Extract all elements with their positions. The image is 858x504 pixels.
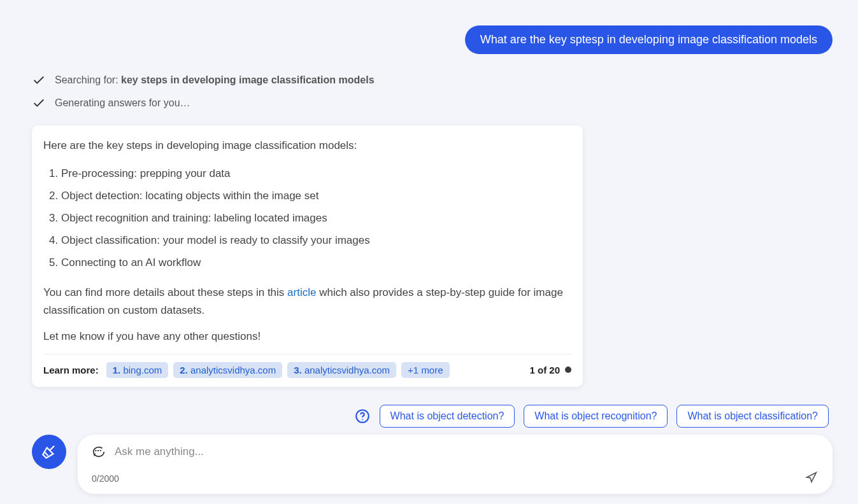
counter-text: 1 of 20 xyxy=(529,365,560,375)
source-number: 1. xyxy=(113,365,121,375)
suggestion-chip[interactable]: What is object detection? xyxy=(380,405,515,428)
char-counter: 0/2000 xyxy=(92,473,119,484)
searching-text: Searching for: key steps in developing i… xyxy=(55,74,375,86)
source-number: 2. xyxy=(180,365,188,375)
response-card: Here are the key steps in developing ima… xyxy=(32,125,583,387)
generating-text: Generating answers for you… xyxy=(55,97,190,109)
broom-icon xyxy=(41,444,57,460)
send-icon xyxy=(804,470,819,484)
counter-dot-icon xyxy=(565,367,571,373)
learn-more-label: Learn more: xyxy=(43,365,99,375)
response-body: Here are the key steps in developing ima… xyxy=(43,137,571,345)
response-step: Connecting to an AI workflow xyxy=(61,252,571,274)
source-number: 3. xyxy=(294,365,302,375)
response-step: Object detection: locating objects withi… xyxy=(61,185,571,207)
response-step: Pre-processing: prepping your data xyxy=(61,163,571,185)
response-steps-list: Pre-processing: prepping your data Objec… xyxy=(43,163,571,274)
response-step: Object recognition and training: labelin… xyxy=(61,207,571,230)
check-icon xyxy=(32,96,46,110)
response-more-before: You can find more details about these st… xyxy=(43,286,287,298)
searching-query: key steps in developing image classifica… xyxy=(121,74,374,85)
suggestion-chip[interactable]: What is object classification? xyxy=(676,405,829,428)
response-closing: Let me know if you have any other questi… xyxy=(43,328,571,345)
article-link[interactable]: article xyxy=(287,286,316,298)
source-host: analyticsvidhya.com xyxy=(304,365,390,375)
suggestions-row: What is object detection? What is object… xyxy=(32,405,833,428)
response-more: You can find more details about these st… xyxy=(43,284,571,318)
message-counter: 1 of 20 xyxy=(529,365,571,375)
check-icon xyxy=(32,73,46,87)
response-intro: Here are the key steps in developing ima… xyxy=(43,137,571,154)
send-button[interactable] xyxy=(804,470,819,486)
learn-source-chip[interactable]: 3. analyticsvidhya.com xyxy=(287,362,396,378)
svg-point-1 xyxy=(362,419,363,421)
searching-prefix: Searching for: xyxy=(55,74,121,85)
source-host: analyticsvidhya.com xyxy=(190,365,276,375)
chat-icon xyxy=(92,445,106,459)
source-host: bing.com xyxy=(123,365,162,375)
learn-source-chip[interactable]: 2. analyticsvidhya.com xyxy=(173,362,282,378)
status-generating: Generating answers for you… xyxy=(32,96,833,110)
user-message-row: What are the key sptesp in developing im… xyxy=(32,25,833,54)
chat-input-card: 0/2000 xyxy=(78,435,833,494)
learn-source-chip[interactable]: 1. bing.com xyxy=(106,362,169,378)
learn-more-row: Learn more: 1. bing.com 2. analyticsvidh… xyxy=(43,354,571,387)
response-step: Object classification: your model is rea… xyxy=(61,230,571,252)
new-topic-button[interactable] xyxy=(32,435,66,469)
user-message-bubble: What are the key sptesp in developing im… xyxy=(465,25,833,54)
bottom-bar: 0/2000 xyxy=(32,435,833,494)
suggestion-chip[interactable]: What is object recognition? xyxy=(524,405,668,428)
status-searching: Searching for: key steps in developing i… xyxy=(32,73,833,87)
chat-input[interactable] xyxy=(115,445,819,458)
help-icon[interactable] xyxy=(354,408,371,424)
learn-source-more-chip[interactable]: +1 more xyxy=(401,362,449,378)
